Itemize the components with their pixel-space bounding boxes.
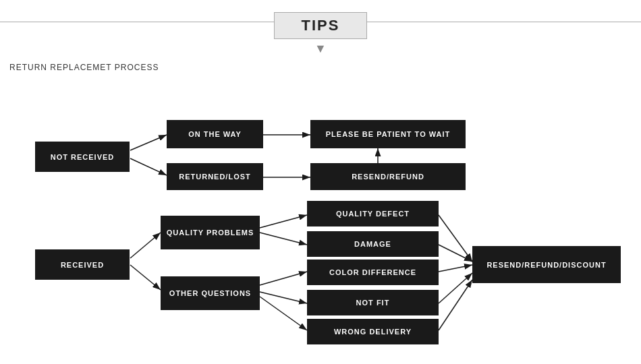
flowchart: NOT RECEIVED ON THE WAY RETURNED/LOST PL… — [0, 78, 641, 361]
tips-down-arrow: ▼ — [0, 42, 641, 56]
svg-line-15 — [439, 245, 472, 262]
wrong-delivery-box: WRONG DELIVERY — [307, 319, 439, 344]
tips-header: TIPS — [0, 0, 641, 39]
please-wait-box: PLEASE BE PATIENT TO WAIT — [310, 120, 466, 148]
not-fit-box: NOT FIT — [307, 290, 439, 315]
svg-line-17 — [439, 273, 472, 303]
quality-problems-box: QUALITY PROBLEMS — [161, 216, 260, 249]
damage-box: DAMAGE — [307, 231, 439, 257]
returned-lost-box: RETURNED/LOST — [167, 163, 263, 190]
svg-line-14 — [439, 215, 472, 262]
tips-title: TIPS — [274, 12, 368, 39]
svg-line-13 — [260, 297, 307, 330]
other-questions-box: OTHER QUESTIONS — [161, 276, 260, 310]
received-box: RECEIVED — [35, 249, 130, 280]
svg-line-10 — [260, 233, 307, 245]
quality-defect-box: QUALITY DEFECT — [307, 201, 439, 226]
svg-line-9 — [260, 215, 307, 228]
svg-line-12 — [260, 292, 307, 303]
on-the-way-box: ON THE WAY — [167, 120, 263, 148]
resend-refund-box: RESEND/REFUND — [310, 163, 466, 190]
svg-line-3 — [130, 158, 167, 175]
section-label: RETURN REPLACEMET PROCESS — [9, 63, 641, 72]
color-difference-box: COLOR DIFFERENCE — [307, 260, 439, 285]
svg-line-8 — [130, 265, 161, 290]
svg-line-18 — [439, 280, 472, 330]
not-received-box: NOT RECEIVED — [35, 142, 130, 172]
resend-refund-discount-box: RESEND/REFUND/DISCOUNT — [472, 246, 621, 283]
svg-line-16 — [439, 265, 472, 272]
svg-line-2 — [130, 135, 167, 150]
svg-line-7 — [130, 233, 161, 258]
svg-line-11 — [260, 272, 307, 285]
